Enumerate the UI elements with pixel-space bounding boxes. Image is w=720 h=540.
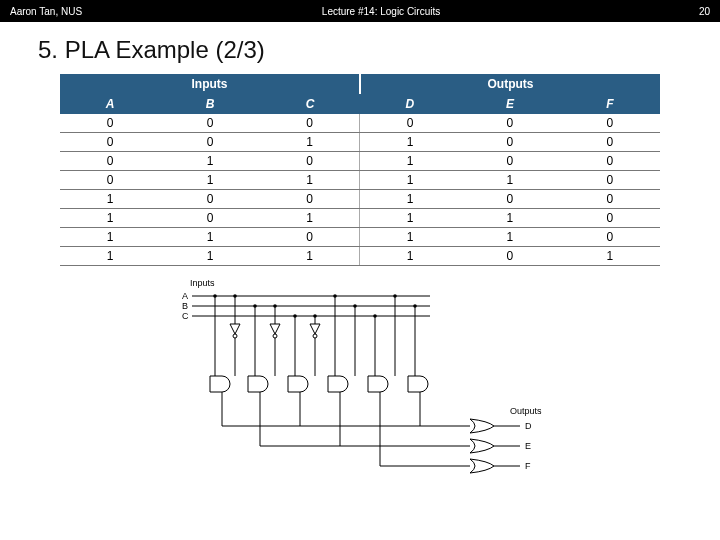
cell: 1	[460, 171, 560, 190]
cell: 1	[60, 228, 160, 247]
svg-point-34	[233, 294, 237, 298]
cell: 0	[60, 171, 160, 190]
cell: 1	[260, 247, 360, 266]
outputs-band: Outputs	[360, 74, 660, 94]
cell: 1	[360, 190, 460, 209]
cell: 1	[160, 247, 260, 266]
svg-point-32	[393, 294, 397, 298]
cell: 1	[460, 209, 560, 228]
svg-point-26	[213, 294, 217, 298]
table-row: 011110	[60, 171, 660, 190]
col-B: B	[160, 94, 260, 114]
svg-marker-5	[270, 324, 280, 334]
slide-header-bar: Aaron Tan, NUS Lecture #14: Logic Circui…	[0, 0, 720, 22]
author-text: Aaron Tan, NUS	[10, 6, 82, 17]
col-E: E	[460, 94, 560, 114]
col-C: C	[260, 94, 360, 114]
table-row: 111101	[60, 247, 660, 266]
cell: 1	[160, 228, 260, 247]
cell: 1	[360, 209, 460, 228]
cell: 0	[560, 209, 660, 228]
cell: 1	[260, 171, 360, 190]
svg-point-35	[273, 304, 277, 308]
out-E: E	[525, 441, 531, 451]
truth-table-wrap: Inputs Outputs A B C D E F 0000000011000…	[0, 74, 720, 266]
cell: 1	[360, 171, 460, 190]
and-gates	[210, 376, 428, 392]
cell: 0	[260, 152, 360, 171]
page-title: 5. PLA Example (2/3)	[0, 22, 720, 74]
svg-point-29	[333, 294, 337, 298]
cell: 0	[160, 190, 260, 209]
cell: 1	[260, 133, 360, 152]
cell: 0	[160, 114, 260, 133]
svg-point-36	[313, 314, 317, 318]
col-A: A	[60, 94, 160, 114]
svg-point-33	[413, 304, 417, 308]
sig-A: A	[182, 291, 188, 301]
cell: 1	[160, 152, 260, 171]
cell: 0	[260, 228, 360, 247]
lecture-title: Lecture #14: Logic Circuits	[82, 6, 680, 17]
inputs-label: Inputs	[190, 278, 215, 288]
svg-marker-3	[230, 324, 240, 334]
outputs-label: Outputs	[510, 406, 542, 416]
table-row: 000000	[60, 114, 660, 133]
table-row: 101110	[60, 209, 660, 228]
or-plane	[222, 392, 470, 466]
cell: 1	[60, 209, 160, 228]
cell: 0	[260, 190, 360, 209]
svg-marker-7	[310, 324, 320, 334]
cell: 1	[360, 228, 460, 247]
not-gates	[230, 296, 320, 346]
cell: 1	[160, 171, 260, 190]
svg-point-27	[253, 304, 257, 308]
cell: 0	[560, 133, 660, 152]
cell: 1	[560, 247, 660, 266]
svg-point-30	[353, 304, 357, 308]
truth-table: Inputs Outputs A B C D E F 0000000011000…	[60, 74, 660, 266]
cell: 0	[460, 114, 560, 133]
cell: 1	[60, 190, 160, 209]
inputs-band: Inputs	[60, 74, 360, 94]
cell: 1	[360, 133, 460, 152]
cell: 0	[560, 114, 660, 133]
cell: 1	[60, 247, 160, 266]
out-D: D	[525, 421, 532, 431]
cell: 0	[460, 133, 560, 152]
page-number: 20	[680, 6, 710, 17]
col-F: F	[560, 94, 660, 114]
col-D: D	[360, 94, 460, 114]
cell: 0	[160, 133, 260, 152]
cell: 0	[160, 209, 260, 228]
cell: 0	[560, 190, 660, 209]
cell: 0	[560, 228, 660, 247]
cell: 0	[460, 247, 560, 266]
table-row: 100100	[60, 190, 660, 209]
or-gates	[470, 419, 520, 473]
cell: 0	[560, 152, 660, 171]
sig-B: B	[182, 301, 188, 311]
sig-C: C	[182, 311, 189, 321]
cell: 1	[360, 152, 460, 171]
cell: 1	[360, 247, 460, 266]
cell: 1	[260, 209, 360, 228]
cell: 0	[460, 152, 560, 171]
out-F: F	[525, 461, 531, 471]
svg-point-31	[373, 314, 377, 318]
svg-point-28	[293, 314, 297, 318]
pla-diagram: Inputs A B C	[170, 276, 550, 476]
cell: 1	[460, 228, 560, 247]
cell: 0	[560, 171, 660, 190]
and-plane-grid	[215, 296, 415, 376]
cell: 0	[360, 114, 460, 133]
table-row: 010100	[60, 152, 660, 171]
table-row: 110110	[60, 228, 660, 247]
cell: 0	[60, 152, 160, 171]
cell: 0	[260, 114, 360, 133]
cell: 0	[460, 190, 560, 209]
cell: 0	[60, 114, 160, 133]
cell: 0	[60, 133, 160, 152]
table-row: 001100	[60, 133, 660, 152]
